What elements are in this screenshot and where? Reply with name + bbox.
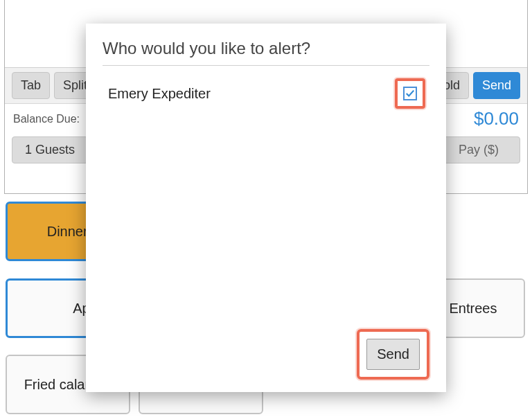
checkbox-highlight <box>395 78 425 109</box>
recipient-row: Emery Expediter <box>103 66 429 109</box>
check-icon <box>405 89 415 98</box>
send-highlight: Send <box>357 329 429 380</box>
recipient-name: Emery Expediter <box>108 86 211 102</box>
balance-amount: $0.00 <box>474 108 519 130</box>
modal-send-button[interactable]: Send <box>366 339 420 370</box>
recipient-checkbox[interactable] <box>403 87 417 100</box>
modal-title: Who would you like to alert? <box>103 39 429 66</box>
pay-button[interactable]: Pay ($) <box>437 136 520 163</box>
alert-modal: Who would you like to alert? Emery Exped… <box>86 24 446 392</box>
balance-label: Balance Due: <box>13 113 80 125</box>
guests-button[interactable]: 1 Guests <box>12 136 88 163</box>
send-order-button[interactable]: Send <box>473 72 520 99</box>
tab-button[interactable]: Tab <box>12 72 50 99</box>
